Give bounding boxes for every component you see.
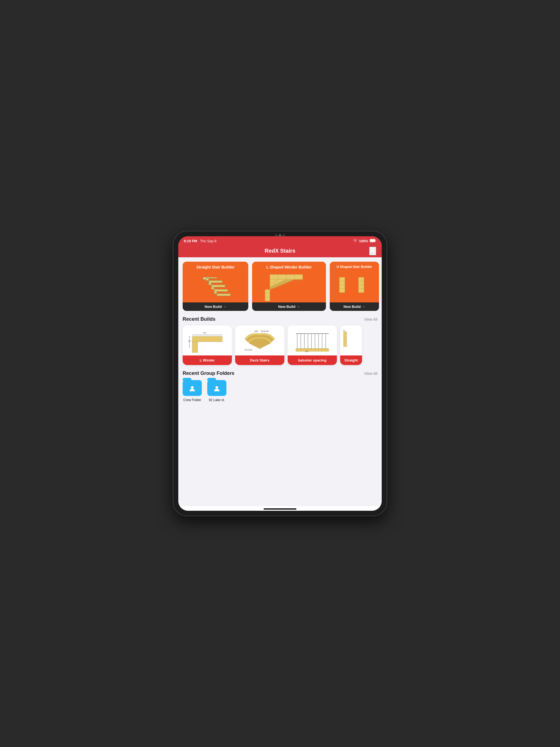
folder-icon-lake: [207, 380, 226, 396]
svg-text:10": 10": [188, 340, 191, 342]
svg-rect-1: [370, 239, 375, 242]
svg-point-65: [215, 386, 218, 389]
builder-card-btn-straight[interactable]: New Build →: [183, 302, 248, 311]
builder-card-straight[interactable]: Straight Stair Builder: [183, 262, 248, 311]
battery-text: 100%: [359, 239, 368, 243]
builder-card-title-straight: Straight Stair Builder: [183, 262, 248, 269]
folder-item-crew[interactable]: Crew Folder: [183, 380, 202, 402]
build-card-label-baluster: baluster spacing: [288, 356, 337, 365]
builder-card-title-l-winder: L Shaped Winder Builder: [252, 262, 326, 269]
svg-rect-11: [206, 277, 217, 278]
build-card-img-deck-stairs: 180° 59 & 5/8" 67 & 3/4": [235, 325, 284, 356]
dot-2: [283, 235, 285, 236]
svg-rect-30: [339, 289, 345, 292]
svg-rect-34: [358, 289, 364, 292]
dot-camera: [279, 234, 281, 237]
svg-rect-9: [209, 281, 222, 283]
svg-rect-5: [214, 289, 228, 291]
svg-text:59 & 5/8": 59 & 5/8": [261, 330, 269, 332]
folder-icon-crew: [183, 380, 202, 396]
main-content: Straight Stair Builder: [178, 257, 382, 506]
profile-button[interactable]: [369, 247, 376, 255]
builder-card-title-u-shaped: U Shaped Stair Builder: [330, 262, 379, 269]
svg-rect-64: [212, 384, 216, 386]
svg-rect-31: [358, 277, 364, 281]
battery-icon: [370, 239, 376, 243]
builds-scroll[interactable]: 10" 9'2" L Winder 180°: [178, 324, 382, 368]
build-card-label-deck-stairs: Deck Stairs: [235, 356, 284, 365]
build-card-straight[interactable]: 1'0" Straight: [340, 325, 362, 365]
build-card-l-winder[interactable]: 10" 9'2" L Winder: [183, 325, 232, 365]
svg-rect-14: [278, 275, 286, 279]
builder-card-btn-u-shaped[interactable]: New Build →: [330, 302, 379, 311]
svg-rect-13: [270, 275, 278, 279]
home-bar: [263, 508, 297, 510]
svg-rect-27: [339, 277, 345, 281]
svg-rect-4: [214, 291, 217, 294]
svg-rect-20: [265, 289, 270, 293]
build-card-label-straight: Straight: [340, 356, 362, 365]
svg-text:9'2": 9'2": [203, 332, 206, 334]
svg-text:1'0": 1'0": [343, 330, 345, 331]
build-card-img-l-winder: 10" 9'2": [183, 325, 232, 356]
svg-rect-33: [358, 285, 364, 289]
recent-folders-view-all[interactable]: View All: [364, 371, 377, 376]
build-card-img-straight: 1'0": [340, 325, 362, 356]
builder-card-btn-l-winder[interactable]: New Build →: [252, 302, 326, 311]
svg-rect-21: [265, 293, 270, 297]
svg-rect-32: [358, 281, 364, 285]
folder-item-lake[interactable]: 92 Lake st.: [207, 380, 226, 402]
build-card-label-l-winder: L Winder: [183, 356, 232, 365]
nav-title: RedX Stairs: [265, 248, 295, 254]
recent-folders-header: Recent Group Folders View All: [178, 368, 382, 378]
svg-text:67 & 3/4": 67 & 3/4": [245, 349, 253, 351]
svg-rect-6: [211, 287, 214, 289]
svg-rect-35: [192, 336, 222, 342]
recent-folders-title: Recent Group Folders: [183, 370, 234, 376]
status-bar: 9:19 PM Thu Sep 8 100%: [178, 236, 382, 245]
svg-text:6'0": 6'0": [305, 351, 309, 353]
home-indicator: [178, 506, 382, 511]
device-screen: 9:19 PM Thu Sep 8 100%: [178, 236, 382, 511]
status-right: 100%: [353, 239, 376, 243]
build-card-img-baluster: 6'0": [288, 325, 337, 356]
svg-point-62: [191, 386, 194, 389]
wifi-icon: [353, 239, 357, 243]
svg-rect-29: [339, 285, 345, 289]
folders-scroll[interactable]: Crew Folder 92 Lake st.: [178, 378, 382, 406]
build-card-baluster[interactable]: 6'0" baluster spacing: [288, 325, 337, 365]
builder-card-l-winder[interactable]: L Shaped Winder Builder: [252, 262, 326, 311]
svg-rect-61: [187, 384, 192, 386]
status-left: 9:19 PM Thu Sep 8: [184, 238, 217, 243]
builder-card-u-shaped[interactable]: U Shaped Stair Builder: [330, 262, 379, 311]
svg-rect-58: [344, 332, 347, 347]
builder-cards-scroll[interactable]: Straight Stair Builder: [178, 257, 382, 314]
svg-text:180°: 180°: [254, 330, 258, 332]
svg-rect-10: [206, 278, 209, 281]
svg-rect-15: [286, 275, 295, 279]
svg-point-2: [372, 248, 374, 251]
builder-card-img-straight: [189, 273, 242, 301]
recent-builds-header: Recent Builds View All: [178, 314, 382, 324]
recent-builds-title: Recent Builds: [183, 316, 215, 322]
status-date: Thu Sep 8: [200, 239, 217, 243]
build-card-deck-stairs[interactable]: 180° 59 & 5/8" 67 & 3/4" Deck Stairs: [235, 325, 284, 365]
device-frame: 9:19 PM Thu Sep 8 100%: [173, 231, 387, 516]
svg-rect-16: [295, 275, 303, 279]
builder-card-img-l-winder: [259, 273, 319, 301]
folder-label-crew: Crew Folder: [183, 398, 201, 402]
svg-rect-28: [339, 281, 345, 285]
svg-rect-12: [203, 277, 206, 279]
svg-rect-22: [265, 297, 270, 301]
svg-rect-3: [217, 294, 230, 296]
recent-builds-view-all[interactable]: View All: [364, 317, 377, 321]
device-top-dots: [275, 234, 285, 237]
builder-card-img-u-shaped: [335, 273, 374, 301]
dot-1: [275, 235, 277, 236]
nav-bar: RedX Stairs: [178, 245, 382, 257]
svg-rect-8: [209, 283, 211, 285]
svg-rect-36: [192, 342, 198, 353]
svg-rect-7: [211, 285, 225, 287]
status-time: 9:19 PM: [184, 239, 197, 243]
folder-label-lake: 92 Lake st.: [209, 398, 225, 402]
